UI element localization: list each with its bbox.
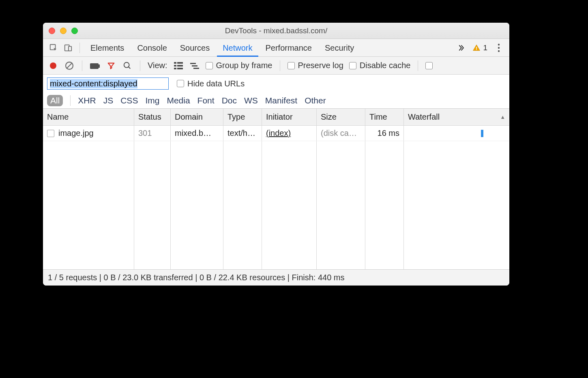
status-requests: 1 / 5 requests xyxy=(48,273,97,282)
table-body[interactable]: image.jpg 301 mixed.b… text/h… (index) (… xyxy=(43,126,509,269)
col-status[interactable]: Status xyxy=(134,109,171,125)
col-type[interactable]: Type xyxy=(223,109,262,125)
type-filter-media[interactable]: Media xyxy=(167,96,190,105)
type-filters: All XHR JS CSS Img Media Font Doc WS Man… xyxy=(43,92,509,109)
col-waterfall[interactable]: Waterfall xyxy=(404,109,509,125)
separator xyxy=(418,60,418,71)
svg-point-6 xyxy=(498,47,500,48)
svg-rect-21 xyxy=(192,65,197,67)
svg-line-9 xyxy=(67,63,72,69)
col-name[interactable]: Name xyxy=(43,109,134,125)
preserve-log-checkbox[interactable]: Preserve log xyxy=(288,61,343,70)
svg-point-7 xyxy=(498,50,500,52)
svg-point-12 xyxy=(124,62,129,67)
cell-type: text/h… xyxy=(223,126,262,141)
cell-domain: mixed.b… xyxy=(171,126,223,141)
disable-cache-label: Disable cache xyxy=(360,61,411,70)
row-checkbox[interactable] xyxy=(47,130,54,137)
col-initiator[interactable]: Initiator xyxy=(262,109,317,125)
traffic-lights xyxy=(49,28,78,34)
svg-rect-10 xyxy=(90,63,99,69)
filter-input[interactable] xyxy=(47,77,169,90)
warnings-badge[interactable]: 1 xyxy=(472,43,487,52)
record-button[interactable] xyxy=(48,60,58,71)
group-by-frame-label: Group by frame xyxy=(216,61,273,70)
type-filter-css[interactable]: CSS xyxy=(120,96,138,105)
record-icon xyxy=(50,62,56,69)
separator xyxy=(79,43,80,53)
col-domain[interactable]: Domain xyxy=(171,109,223,125)
checkbox-icon xyxy=(177,80,184,87)
svg-rect-4 xyxy=(476,49,477,50)
tab-performance[interactable]: Performance xyxy=(260,39,318,57)
zoom-icon[interactable] xyxy=(71,28,78,34)
table-row[interactable]: image.jpg 301 mixed.b… text/h… (index) (… xyxy=(43,126,509,141)
tab-network[interactable]: Network xyxy=(217,39,258,57)
inspect-element-icon[interactable] xyxy=(47,41,60,54)
overview-icon[interactable] xyxy=(189,60,200,71)
svg-point-5 xyxy=(498,43,500,45)
type-filter-manifest[interactable]: Manifest xyxy=(265,96,297,105)
status-bar: 1 / 5 requests | 0 B / 23.0 KB transferr… xyxy=(43,269,509,286)
tab-security[interactable]: Security xyxy=(319,39,360,57)
cell-size: (disk ca… xyxy=(317,126,365,141)
tab-sources[interactable]: Sources xyxy=(174,39,215,57)
filter-icon[interactable] xyxy=(106,60,116,71)
offline-checkbox-partial[interactable] xyxy=(425,62,433,69)
cell-waterfall xyxy=(404,126,509,141)
view-label: View: xyxy=(148,61,167,70)
type-filter-ws[interactable]: WS xyxy=(244,96,258,105)
checkbox-icon xyxy=(206,62,213,69)
panel-tabs: Elements Console Sources Network Perform… xyxy=(43,39,509,57)
checkbox-icon xyxy=(349,62,356,69)
capture-screenshots-icon[interactable] xyxy=(90,60,100,71)
cell-initiator[interactable]: (index) xyxy=(262,126,317,141)
status-finish: Finish: 440 ms xyxy=(292,273,344,282)
svg-rect-14 xyxy=(174,62,176,64)
more-tabs-icon[interactable] xyxy=(455,44,468,52)
svg-rect-16 xyxy=(174,65,176,67)
checkbox-icon xyxy=(425,62,433,69)
type-filter-js[interactable]: JS xyxy=(103,96,114,105)
svg-rect-22 xyxy=(193,68,199,69)
type-filter-other[interactable]: Other xyxy=(305,96,326,105)
type-filter-all[interactable]: All xyxy=(47,95,63,106)
svg-rect-2 xyxy=(69,46,71,51)
separator xyxy=(82,60,82,71)
separator xyxy=(70,95,71,106)
clear-button[interactable] xyxy=(64,60,75,71)
type-filter-xhr[interactable]: XHR xyxy=(78,96,96,105)
search-icon[interactable] xyxy=(122,60,133,71)
svg-rect-18 xyxy=(174,68,176,69)
hide-data-urls-checkbox[interactable]: Hide data URLs xyxy=(177,79,245,88)
tab-console[interactable]: Console xyxy=(131,39,172,57)
checkbox-icon xyxy=(288,62,295,69)
device-toolbar-icon[interactable] xyxy=(62,41,75,54)
type-filter-img[interactable]: Img xyxy=(145,96,159,105)
svg-rect-11 xyxy=(99,64,100,68)
kebab-menu-icon[interactable] xyxy=(492,41,505,54)
cell-status: 301 xyxy=(134,126,171,141)
close-icon[interactable] xyxy=(49,28,55,34)
svg-rect-19 xyxy=(177,68,183,69)
svg-line-13 xyxy=(129,67,131,69)
disable-cache-checkbox[interactable]: Disable cache xyxy=(349,61,411,70)
separator xyxy=(140,60,140,71)
hide-data-urls-label: Hide data URLs xyxy=(187,79,245,88)
table-header: Name Status Domain Type Initiator Size T… xyxy=(43,109,509,126)
group-by-frame-checkbox[interactable]: Group by frame xyxy=(206,61,273,70)
cell-name: image.jpg xyxy=(43,126,134,141)
minimize-icon[interactable] xyxy=(60,28,67,34)
large-rows-icon[interactable] xyxy=(173,60,184,71)
col-size[interactable]: Size xyxy=(317,109,365,125)
tab-elements[interactable]: Elements xyxy=(85,39,130,57)
devtools-window: DevTools - mixed.badssl.com/ Elements Co… xyxy=(43,23,509,286)
preserve-log-label: Preserve log xyxy=(298,61,343,70)
type-filter-doc[interactable]: Doc xyxy=(222,96,237,105)
svg-rect-17 xyxy=(177,65,183,67)
separator xyxy=(280,60,280,71)
status-transferred: 0 B / 23.0 KB transferred xyxy=(104,273,193,282)
type-filter-font[interactable]: Font xyxy=(197,96,215,105)
col-time[interactable]: Time xyxy=(365,109,404,125)
svg-rect-3 xyxy=(476,47,477,49)
